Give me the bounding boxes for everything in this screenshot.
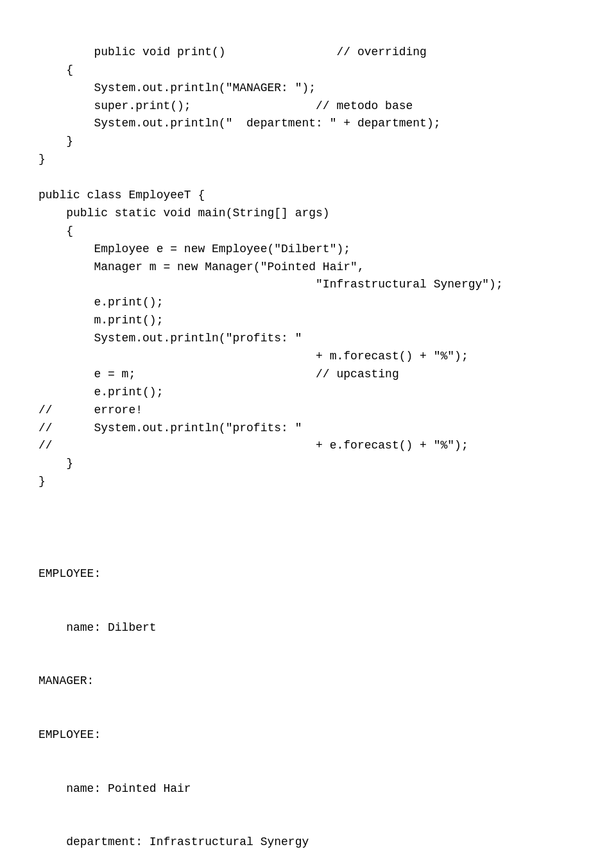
- code-line-01: public void print() // overriding: [66, 46, 427, 58]
- code-line-09: public class EmployeeT {: [38, 189, 205, 201]
- output-line-5: name: Pointed Hair: [38, 780, 578, 798]
- output-line-6: department: Infrastructural Synergy: [38, 834, 578, 852]
- code-line-05: System.out.println(" department: " + dep…: [38, 117, 441, 130]
- output-line-2: name: Dilbert: [38, 619, 578, 637]
- code-line-04: super.print(); // metodo base: [38, 99, 413, 112]
- code-line-03: System.out.println("MANAGER: ");: [38, 81, 316, 94]
- code-line-15: e.print();: [38, 296, 163, 309]
- code-line-16: m.print();: [38, 314, 163, 327]
- code-line-18: + m.forecast() + "%");: [38, 350, 468, 363]
- code-line-12: Employee e = new Employee("Dilbert");: [38, 243, 350, 255]
- code-line-14: "Infrastructural Synergy");: [38, 278, 503, 291]
- output-line-1: EMPLOYEE:: [38, 565, 578, 583]
- code-line-21: // errore!: [38, 404, 142, 416]
- code-line-25: }: [38, 475, 46, 488]
- code-line-02: {: [38, 64, 73, 76]
- code-block: public void print() // overriding { Syst…: [38, 26, 578, 509]
- code-line-06: }: [38, 135, 73, 148]
- code-line-10: public static void main(String[] args): [38, 207, 330, 219]
- output-block: EMPLOYEE: name: Dilbert MANAGER: EMPLOYE…: [38, 529, 578, 865]
- page-content: public void print() // overriding { Syst…: [0, 0, 616, 865]
- code-line-22: // System.out.println("profits: ": [38, 422, 302, 434]
- code-line-11: {: [38, 225, 73, 237]
- code-line-13: Manager m = new Manager("Pointed Hair",: [38, 261, 364, 273]
- code-line-07: }: [38, 153, 46, 166]
- code-line-19: e = m; // upcasting: [38, 368, 399, 381]
- code-line-23: // + e.forecast() + "%");: [38, 439, 468, 452]
- code-line-20: e.print();: [38, 386, 163, 398]
- output-line-3: MANAGER:: [38, 672, 578, 690]
- code-line-17: System.out.println("profits: ": [38, 332, 302, 345]
- code-line-24: }: [38, 457, 73, 470]
- output-line-4: EMPLOYEE:: [38, 726, 578, 744]
